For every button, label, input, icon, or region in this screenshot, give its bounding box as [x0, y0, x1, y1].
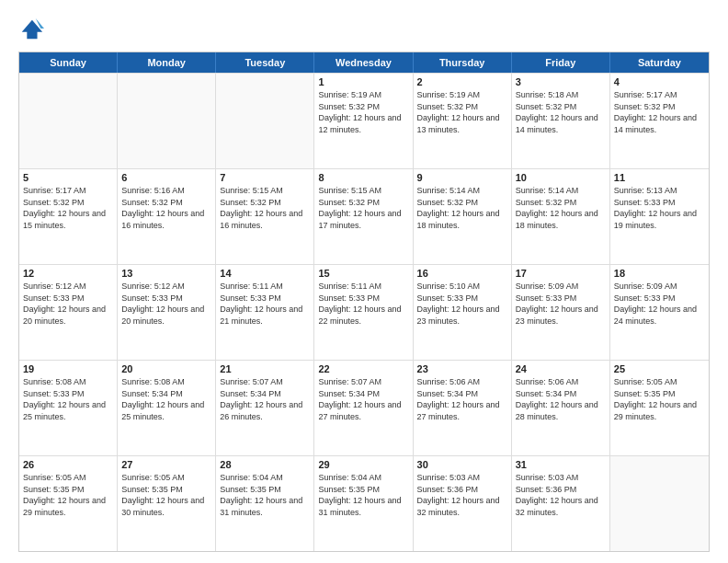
page: SundayMondayTuesdayWednesdayThursdayFrid… — [0, 0, 728, 563]
table-row: 25Sunrise: 5:05 AM Sunset: 5:35 PM Dayli… — [610, 361, 709, 455]
cell-info: Sunrise: 5:12 AM Sunset: 5:33 PM Dayligh… — [23, 281, 113, 327]
day-number: 5 — [23, 172, 113, 183]
day-number: 7 — [220, 172, 310, 183]
day-number: 12 — [23, 268, 113, 279]
cell-info: Sunrise: 5:10 AM Sunset: 5:33 PM Dayligh… — [417, 281, 507, 327]
calendar-header-cell: Saturday — [610, 52, 709, 73]
cell-info: Sunrise: 5:11 AM Sunset: 5:33 PM Dayligh… — [220, 281, 310, 327]
cell-info: Sunrise: 5:12 AM Sunset: 5:33 PM Dayligh… — [121, 281, 211, 327]
table-row: 22Sunrise: 5:07 AM Sunset: 5:34 PM Dayli… — [314, 361, 413, 455]
table-row: 21Sunrise: 5:07 AM Sunset: 5:34 PM Dayli… — [216, 361, 314, 455]
cell-info: Sunrise: 5:09 AM Sunset: 5:33 PM Dayligh… — [516, 281, 606, 327]
table-row: 17Sunrise: 5:09 AM Sunset: 5:33 PM Dayli… — [512, 265, 610, 360]
calendar-row: 1Sunrise: 5:19 AM Sunset: 5:32 PM Daylig… — [19, 73, 709, 168]
day-number: 20 — [121, 363, 211, 374]
cell-info: Sunrise: 5:13 AM Sunset: 5:33 PM Dayligh… — [614, 185, 705, 231]
table-row: 18Sunrise: 5:09 AM Sunset: 5:33 PM Dayli… — [610, 265, 709, 360]
calendar: SundayMondayTuesdayWednesdayThursdayFrid… — [18, 52, 710, 552]
cell-info: Sunrise: 5:07 AM Sunset: 5:34 PM Dayligh… — [318, 376, 408, 422]
cell-info: Sunrise: 5:18 AM Sunset: 5:32 PM Dayligh… — [516, 89, 606, 135]
table-row: 29Sunrise: 5:04 AM Sunset: 5:35 PM Dayli… — [314, 456, 413, 551]
table-row: 16Sunrise: 5:10 AM Sunset: 5:33 PM Dayli… — [414, 265, 512, 360]
day-number: 28 — [220, 459, 310, 470]
table-row: 30Sunrise: 5:03 AM Sunset: 5:36 PM Dayli… — [414, 456, 512, 551]
logo-icon — [18, 17, 44, 42]
cell-info: Sunrise: 5:09 AM Sunset: 5:33 PM Dayligh… — [614, 281, 705, 327]
cell-info: Sunrise: 5:06 AM Sunset: 5:34 PM Dayligh… — [417, 376, 507, 422]
day-number: 8 — [318, 172, 408, 183]
table-row: 19Sunrise: 5:08 AM Sunset: 5:33 PM Dayli… — [19, 361, 118, 455]
calendar-header: SundayMondayTuesdayWednesdayThursdayFrid… — [19, 52, 709, 73]
table-row — [19, 74, 118, 168]
table-row: 11Sunrise: 5:13 AM Sunset: 5:33 PM Dayli… — [610, 169, 709, 264]
cell-info: Sunrise: 5:11 AM Sunset: 5:33 PM Dayligh… — [318, 281, 408, 327]
cell-info: Sunrise: 5:14 AM Sunset: 5:32 PM Dayligh… — [417, 185, 507, 231]
cell-info: Sunrise: 5:08 AM Sunset: 5:34 PM Dayligh… — [121, 376, 211, 422]
calendar-row: 26Sunrise: 5:05 AM Sunset: 5:35 PM Dayli… — [19, 455, 709, 551]
cell-info: Sunrise: 5:14 AM Sunset: 5:32 PM Dayligh… — [516, 185, 606, 231]
day-number: 29 — [318, 459, 408, 470]
day-number: 30 — [417, 459, 507, 470]
table-row — [610, 456, 709, 551]
day-number: 23 — [417, 363, 507, 374]
table-row: 7Sunrise: 5:15 AM Sunset: 5:32 PM Daylig… — [216, 169, 314, 264]
calendar-body: 1Sunrise: 5:19 AM Sunset: 5:32 PM Daylig… — [19, 73, 709, 551]
day-number: 3 — [516, 76, 606, 87]
day-number: 22 — [318, 363, 408, 374]
cell-info: Sunrise: 5:03 AM Sunset: 5:36 PM Dayligh… — [516, 472, 606, 518]
cell-info: Sunrise: 5:07 AM Sunset: 5:34 PM Dayligh… — [220, 376, 310, 422]
day-number: 13 — [121, 268, 211, 279]
cell-info: Sunrise: 5:05 AM Sunset: 5:35 PM Dayligh… — [23, 472, 113, 518]
cell-info: Sunrise: 5:04 AM Sunset: 5:35 PM Dayligh… — [318, 472, 408, 518]
header — [18, 17, 710, 42]
calendar-header-cell: Sunday — [19, 52, 118, 73]
day-number: 27 — [121, 459, 211, 470]
day-number: 15 — [318, 268, 408, 279]
day-number: 26 — [23, 459, 113, 470]
day-number: 6 — [121, 172, 211, 183]
cell-info: Sunrise: 5:15 AM Sunset: 5:32 PM Dayligh… — [318, 185, 408, 231]
cell-info: Sunrise: 5:03 AM Sunset: 5:36 PM Dayligh… — [417, 472, 507, 518]
table-row: 8Sunrise: 5:15 AM Sunset: 5:32 PM Daylig… — [314, 169, 413, 264]
cell-info: Sunrise: 5:05 AM Sunset: 5:35 PM Dayligh… — [614, 376, 705, 422]
day-number: 17 — [516, 268, 606, 279]
table-row: 1Sunrise: 5:19 AM Sunset: 5:32 PM Daylig… — [314, 74, 413, 168]
cell-info: Sunrise: 5:17 AM Sunset: 5:32 PM Dayligh… — [23, 185, 113, 231]
day-number: 19 — [23, 363, 113, 374]
cell-info: Sunrise: 5:17 AM Sunset: 5:32 PM Dayligh… — [614, 89, 705, 135]
day-number: 11 — [614, 172, 705, 183]
table-row: 6Sunrise: 5:16 AM Sunset: 5:32 PM Daylig… — [118, 169, 216, 264]
day-number: 31 — [516, 459, 606, 470]
table-row: 14Sunrise: 5:11 AM Sunset: 5:33 PM Dayli… — [216, 265, 314, 360]
calendar-header-cell: Thursday — [414, 52, 512, 73]
calendar-row: 12Sunrise: 5:12 AM Sunset: 5:33 PM Dayli… — [19, 264, 709, 360]
cell-info: Sunrise: 5:08 AM Sunset: 5:33 PM Dayligh… — [23, 376, 113, 422]
table-row: 12Sunrise: 5:12 AM Sunset: 5:33 PM Dayli… — [19, 265, 118, 360]
day-number: 21 — [220, 363, 310, 374]
day-number: 10 — [516, 172, 606, 183]
table-row: 10Sunrise: 5:14 AM Sunset: 5:32 PM Dayli… — [512, 169, 610, 264]
day-number: 24 — [516, 363, 606, 374]
table-row: 3Sunrise: 5:18 AM Sunset: 5:32 PM Daylig… — [512, 74, 610, 168]
cell-info: Sunrise: 5:15 AM Sunset: 5:32 PM Dayligh… — [220, 185, 310, 231]
calendar-header-cell: Tuesday — [216, 52, 314, 73]
table-row: 4Sunrise: 5:17 AM Sunset: 5:32 PM Daylig… — [610, 74, 709, 168]
cell-info: Sunrise: 5:05 AM Sunset: 5:35 PM Dayligh… — [121, 472, 211, 518]
table-row: 2Sunrise: 5:19 AM Sunset: 5:32 PM Daylig… — [414, 74, 512, 168]
cell-info: Sunrise: 5:04 AM Sunset: 5:35 PM Dayligh… — [220, 472, 310, 518]
cell-info: Sunrise: 5:06 AM Sunset: 5:34 PM Dayligh… — [516, 376, 606, 422]
table-row: 23Sunrise: 5:06 AM Sunset: 5:34 PM Dayli… — [414, 361, 512, 455]
day-number: 25 — [614, 363, 705, 374]
table-row — [118, 74, 216, 168]
table-row: 15Sunrise: 5:11 AM Sunset: 5:33 PM Dayli… — [314, 265, 413, 360]
table-row: 20Sunrise: 5:08 AM Sunset: 5:34 PM Dayli… — [118, 361, 216, 455]
day-number: 14 — [220, 268, 310, 279]
calendar-header-cell: Friday — [512, 52, 610, 73]
table-row: 31Sunrise: 5:03 AM Sunset: 5:36 PM Dayli… — [512, 456, 610, 551]
day-number: 18 — [614, 268, 705, 279]
calendar-header-cell: Wednesday — [314, 52, 413, 73]
day-number: 9 — [417, 172, 507, 183]
cell-info: Sunrise: 5:16 AM Sunset: 5:32 PM Dayligh… — [121, 185, 211, 231]
table-row: 28Sunrise: 5:04 AM Sunset: 5:35 PM Dayli… — [216, 456, 314, 551]
calendar-row: 19Sunrise: 5:08 AM Sunset: 5:33 PM Dayli… — [19, 360, 709, 455]
